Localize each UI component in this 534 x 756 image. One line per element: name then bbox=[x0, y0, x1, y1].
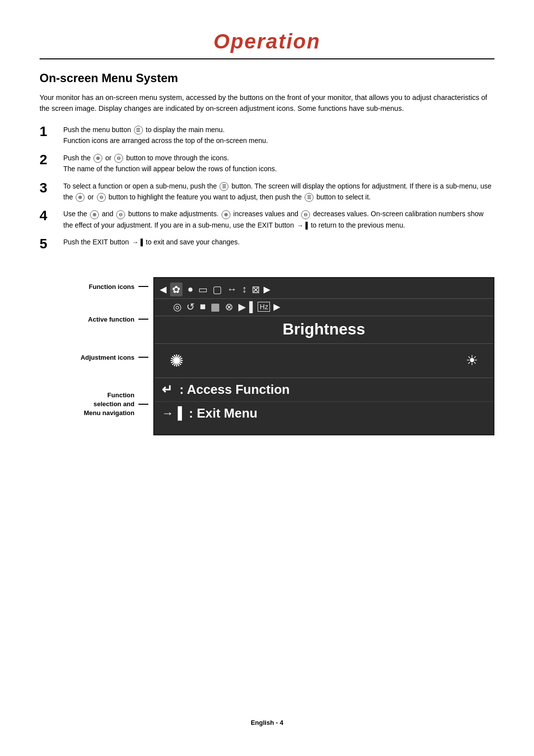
degauss-icon: ↺ bbox=[186, 301, 195, 313]
page-title: Operation bbox=[214, 30, 320, 53]
left-arrow-icon: ◀ bbox=[160, 284, 167, 295]
geometry-icon: ▭ bbox=[198, 284, 208, 295]
label-function-icons: Function icons bbox=[89, 283, 134, 290]
step-text-3: To select a function or open a sub-menu,… bbox=[63, 181, 494, 203]
step-text-1: Push the menu button ☰ to display the ma… bbox=[63, 124, 494, 146]
icon-row-1: ◀ ✿ ● ▭ ▢ ↔ ↕ ⊠ ▶ bbox=[155, 279, 493, 299]
title-divider bbox=[40, 58, 494, 59]
right-btn-2: ⊕ bbox=[93, 154, 102, 163]
exit-menu-icon: →▐ bbox=[162, 406, 182, 420]
footer: English - 4 bbox=[40, 689, 494, 726]
access-function-icon: ↵ bbox=[162, 382, 173, 397]
left-btn-2: ⊖ bbox=[114, 154, 123, 163]
corner-icon: ⊠ bbox=[252, 284, 260, 295]
intro-text: Your monitor has an on-screen menu syste… bbox=[40, 92, 494, 114]
video-icon: ▶▐ bbox=[238, 301, 253, 313]
diagram-area: Function icons Active function Adjustmen… bbox=[40, 277, 494, 435]
right-btn-4: ⊕ bbox=[90, 210, 99, 219]
exit-menu-row: →▐ : Exit Menu bbox=[155, 402, 493, 425]
access-function-label: : Access Function bbox=[179, 382, 290, 397]
brightness-icon-active: ✿ bbox=[170, 283, 182, 296]
right-btn-3: ⊕ bbox=[76, 193, 85, 202]
step-number-2: 2 bbox=[40, 151, 58, 168]
v-size-icon: ↕ bbox=[242, 284, 247, 295]
step-3: 3 To select a function or open a sub-men… bbox=[40, 181, 494, 203]
zoom-icon: ▦ bbox=[211, 301, 220, 313]
label-function-selection: Functionselection andMenu navigation bbox=[84, 391, 134, 418]
sun-icon-right: ☀ bbox=[466, 352, 478, 369]
brightness-label: Brightness bbox=[155, 316, 493, 344]
step-2: 2 Push the ⊕ or ⊖ button to move through… bbox=[40, 152, 494, 175]
info-icon: ⊗ bbox=[225, 301, 233, 313]
adjustment-row: ✺ ☀ bbox=[155, 344, 493, 378]
step-text-4: Use the ⊕ and ⊖ buttons to make adjustme… bbox=[63, 208, 494, 231]
icon-row-2: ◎ ↺ ■ ▦ ⊗ ▶▐ Hz ▶ bbox=[155, 299, 493, 316]
label-active-function: Active function bbox=[88, 316, 134, 323]
exit-menu-label: : Exit Menu bbox=[189, 406, 258, 421]
access-function-row: ↵ : Access Function bbox=[155, 378, 493, 402]
right-arrow-icon-2: ▶ bbox=[273, 301, 280, 312]
right-btn-4b: ⊕ bbox=[222, 210, 230, 219]
step-number-3: 3 bbox=[40, 180, 58, 196]
left-btn-3: ⊖ bbox=[97, 193, 106, 202]
label-adjustment-icons: Adjustment icons bbox=[81, 354, 134, 361]
position-icon: ▢ bbox=[213, 284, 222, 295]
steps-list: 1 Push the menu button ☰ to display the … bbox=[40, 124, 494, 258]
sun-icon-left: ✺ bbox=[170, 351, 183, 371]
left-btn-4: ⊖ bbox=[116, 210, 125, 219]
step-4: 4 Use the ⊕ and ⊖ buttons to make adjust… bbox=[40, 208, 494, 231]
right-arrow-icon-1: ▶ bbox=[264, 284, 270, 295]
menu-icon-3b: ☰ bbox=[305, 193, 313, 202]
h-size-icon: ↔ bbox=[227, 284, 237, 295]
section-heading: On-screen Menu System bbox=[40, 71, 178, 85]
step-5: 5 Push the EXIT button →▐ to exit and sa… bbox=[40, 236, 494, 252]
exit-icon-5: →▐ bbox=[132, 237, 143, 248]
step-number-1: 1 bbox=[40, 123, 58, 140]
step-number-4: 4 bbox=[40, 207, 58, 224]
monitor-screen: ◀ ✿ ● ▭ ▢ ↔ ↕ ⊠ ▶ ◎ ↺ ■ ▦ ⊗ ▶▐ Hz ▶ bbox=[153, 277, 494, 435]
step-1: 1 Push the menu button ☰ to display the … bbox=[40, 124, 494, 146]
hz-icon: Hz bbox=[258, 302, 270, 312]
window-icon: ■ bbox=[200, 301, 206, 312]
menu-icon-3: ☰ bbox=[220, 182, 228, 191]
contrast-icon: ● bbox=[187, 284, 193, 295]
exit-icon-4: →▐ bbox=[297, 221, 308, 231]
step-text-5: Push the EXIT button →▐ to exit and save… bbox=[63, 236, 494, 248]
color-icon: ◎ bbox=[173, 301, 181, 313]
left-btn-4b: ⊖ bbox=[301, 210, 310, 219]
menu-icon-1: ☰ bbox=[134, 126, 143, 135]
step-text-2: Push the ⊕ or ⊖ button to move through t… bbox=[63, 152, 494, 175]
diagram-labels: Function icons Active function Adjustmen… bbox=[40, 277, 153, 435]
step-number-5: 5 bbox=[40, 236, 58, 252]
